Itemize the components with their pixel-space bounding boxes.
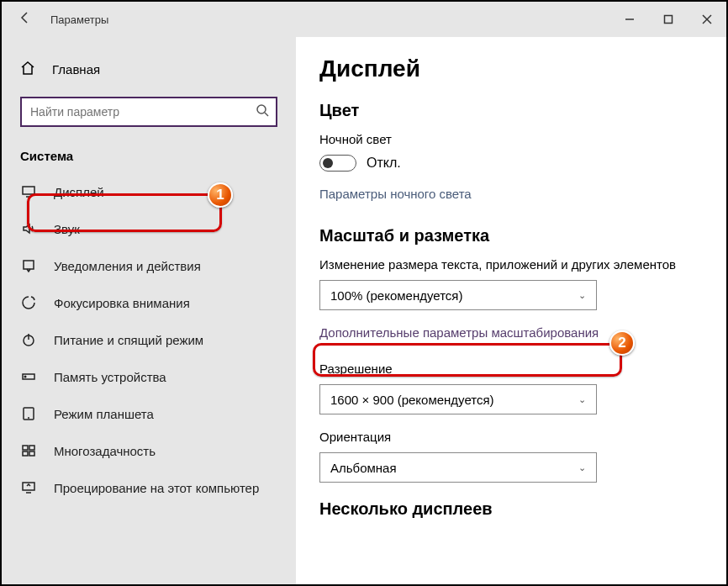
search-icon [256,103,269,120]
night-light-label: Ночной свет [319,132,704,146]
resolution-value: 1600 × 900 (рекомендуется) [330,393,494,407]
chevron-down-icon: ⌄ [578,462,586,473]
chevron-down-icon: ⌄ [578,394,586,405]
sidebar-section-title: Система [2,149,296,173]
window-controls [610,2,726,37]
focus-icon [20,295,37,310]
resolution-label: Разрешение [319,362,704,376]
section-scale: Масштаб и разметка [319,226,704,245]
advanced-scaling-link[interactable]: Дополнительные параметры масштабирования [319,325,599,340]
window-title: Параметры [50,13,108,26]
nav-list: ДисплейЗвукУведомления и действияФокусир… [2,173,296,506]
display-icon [20,184,37,199]
scale-value: 100% (рекомендуется) [330,288,462,303]
svg-rect-8 [24,261,34,269]
notify-icon [20,258,37,273]
maximize-button[interactable] [649,2,688,37]
night-light-toggle[interactable] [319,155,356,172]
section-multi-display: Несколько дисплеев [319,499,704,519]
svg-point-4 [257,105,266,114]
settings-window: Параметры Главная [0,0,728,586]
sidebar-item-label: Питание и спящий режим [54,333,203,347]
search-input[interactable] [20,97,277,127]
sidebar-item-multi[interactable]: Многозадачность [2,432,296,469]
back-button[interactable] [18,11,32,29]
sidebar-item-label: Режим планшета [54,407,154,421]
section-color: Цвет [319,101,704,120]
orientation-select[interactable]: Альбомная ⌄ [319,452,597,483]
sidebar-item-label: Фокусировка внимания [54,296,190,310]
storage-icon [20,369,37,384]
tablet-icon [20,406,37,421]
sound-icon [20,221,37,236]
multi-icon [20,443,37,458]
sidebar-item-focus[interactable]: Фокусировка внимания [2,284,296,321]
sidebar-item-tablet[interactable]: Режим планшета [2,395,296,432]
svg-rect-17 [23,451,28,456]
resolution-select[interactable]: 1600 × 900 (рекомендуется) ⌄ [319,384,597,414]
close-button[interactable] [688,2,726,37]
svg-point-12 [24,376,26,377]
night-light-state: Откл. [367,156,401,171]
night-light-settings-link[interactable]: Параметры ночного света [319,187,472,201]
scale-select[interactable]: 100% (рекомендуется) ⌄ [319,280,597,310]
project-icon [20,480,37,495]
svg-line-5 [265,113,268,116]
sidebar-item-label: Проецирование на этот компьютер [54,481,259,495]
sidebar-item-sound[interactable]: Звук [2,210,296,247]
titlebar: Параметры [2,2,726,37]
svg-rect-16 [29,446,34,450]
svg-rect-18 [29,451,34,456]
orientation-value: Альбомная [330,461,397,475]
sidebar-item-notify[interactable]: Уведомления и действия [2,247,296,284]
chevron-down-icon: ⌄ [578,290,586,301]
sidebar-item-label: Уведомления и действия [54,259,201,273]
orientation-label: Ориентация [319,430,704,444]
sidebar-item-display[interactable]: Дисплей [2,173,296,210]
window-body: Главная Система ДисплейЗвукУведомления и… [2,37,726,584]
sidebar-item-storage[interactable]: Память устройства [2,358,296,395]
power-icon [20,332,37,347]
sidebar-item-project[interactable]: Проецирование на этот компьютер [2,469,296,506]
home-label: Главная [52,62,100,77]
svg-rect-1 [665,16,673,24]
sidebar-item-power[interactable]: Питание и спящий режим [2,321,296,358]
sidebar-item-label: Память устройства [54,370,166,384]
sidebar-item-label: Дисплей [54,185,104,199]
minimize-button[interactable] [610,2,649,37]
sidebar-item-label: Звук [54,222,80,236]
sidebar-item-label: Многозадачность [54,444,156,458]
sidebar: Главная Система ДисплейЗвукУведомления и… [2,37,296,584]
svg-rect-6 [23,187,34,194]
svg-rect-15 [23,446,28,450]
home-icon [20,61,35,78]
content-area: Дисплей Цвет Ночной свет Откл. Параметры… [296,37,726,584]
home-link[interactable]: Главная [2,61,296,97]
page-title: Дисплей [319,55,704,82]
search-wrap [2,97,296,149]
scale-label: Изменение размера текста, приложений и д… [319,257,704,272]
